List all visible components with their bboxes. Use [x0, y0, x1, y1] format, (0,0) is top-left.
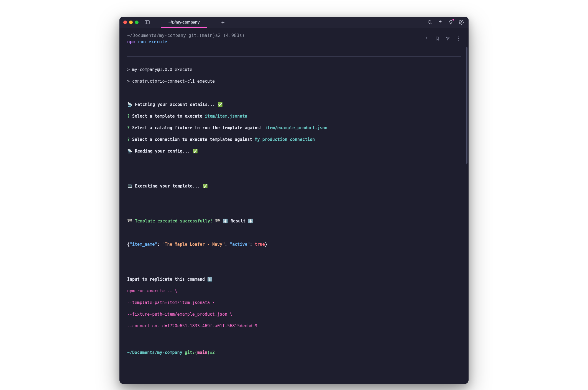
prompt-path-line: ~/Documents/my-company git:(main)±2 (4.9… — [127, 33, 245, 38]
more-icon[interactable] — [456, 36, 461, 41]
status-line: 📡 Fetching your account details... ✅ — [127, 102, 461, 108]
prompt-line-ready: ~/Documents/my-company git:(main)±2 — [127, 350, 461, 356]
split-pane-icon[interactable] — [145, 20, 150, 24]
replicate-line: --fixture-path=item/example_product.json… — [127, 312, 461, 317]
zoom-window-button[interactable] — [135, 21, 139, 24]
command-block-header: ~/Documents/my-company git:(main)±2 (4.9… — [119, 28, 469, 44]
json-output-line: {"item_name": "The Maple Loafer - Navy",… — [127, 242, 461, 247]
separator — [127, 56, 461, 57]
replicate-line: --template-path=item/item.jsonata \ — [127, 300, 461, 306]
notification-dot — [452, 19, 454, 21]
close-window-button[interactable] — [123, 21, 127, 24]
svg-point-5 — [458, 36, 459, 37]
svg-point-2 — [428, 21, 431, 24]
prompt-line: ? Select a catalog fixture to run the te… — [127, 125, 461, 131]
svg-rect-0 — [145, 21, 149, 24]
titlebar: ~/D/my-company + — [119, 17, 469, 28]
new-tab-button[interactable]: + — [221, 19, 224, 26]
svg-line-3 — [431, 23, 431, 24]
terminal-output[interactable]: > my-company@1.0.0 execute > constructor… — [119, 44, 469, 384]
command-line: npm run execute — [127, 39, 245, 44]
terminal-window: ~/D/my-company + ~/Documents/my-company … — [119, 17, 469, 384]
search-icon[interactable] — [427, 19, 433, 25]
replicate-header: Input to replicate this command ⬇️ — [127, 277, 461, 282]
lightbulb-icon[interactable] — [448, 19, 454, 25]
status-line: 📡 Reading your config... ✅ — [127, 148, 461, 154]
bookmark-icon[interactable] — [435, 36, 440, 41]
replicate-line: npm run execute -- \ — [127, 288, 461, 294]
titlebar-actions — [427, 17, 464, 28]
filter-icon[interactable] — [445, 36, 450, 41]
sparkle-icon[interactable] — [438, 19, 443, 25]
window-controls — [123, 21, 139, 24]
tab-title: ~/D/my-company — [168, 20, 200, 24]
svg-point-7 — [458, 40, 459, 40]
sparkle-icon[interactable] — [424, 36, 429, 41]
replicate-line: --connection-id=f720e651-1833-469f-a01f-… — [127, 323, 461, 329]
prompt-line: ? Select a connection to execute templat… — [127, 137, 461, 143]
gear-icon[interactable] — [459, 19, 464, 25]
svg-point-4 — [461, 22, 462, 23]
scrollbar[interactable] — [466, 47, 467, 164]
output-line: > constructorio-connect-cli execute — [127, 78, 461, 84]
minimize-window-button[interactable] — [129, 21, 133, 24]
success-line: 🏁 Template executed successfully! 🏁 ⬇️ R… — [127, 218, 461, 224]
block-actions — [424, 36, 461, 41]
tab-active[interactable]: ~/D/my-company — [161, 17, 207, 28]
status-line: 💻 Executing your template... ✅ — [127, 183, 461, 189]
separator — [127, 340, 461, 340]
prompt-line: ? Select a template to execute item/item… — [127, 113, 461, 119]
svg-point-6 — [458, 38, 459, 39]
output-line: > my-company@1.0.0 execute — [127, 67, 461, 73]
